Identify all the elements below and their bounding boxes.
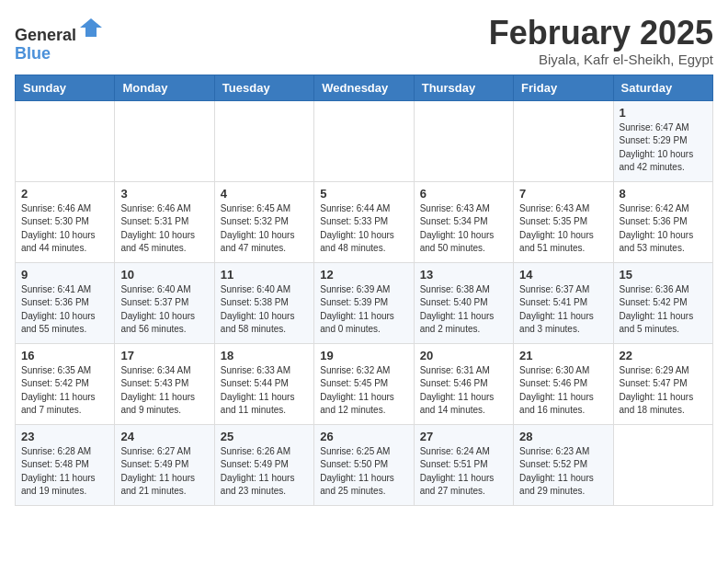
day-info: Sunrise: 6:36 AM Sunset: 5:42 PM Dayligh…: [620, 283, 707, 337]
day-number: 16: [21, 349, 108, 362]
calendar-cell: [115, 100, 214, 181]
calendar-cell: 11Sunrise: 6:40 AM Sunset: 5:38 PM Dayli…: [214, 262, 313, 343]
day-info: Sunrise: 6:25 AM Sunset: 5:50 PM Dayligh…: [320, 445, 407, 499]
calendar-cell: 7Sunrise: 6:43 AM Sunset: 5:35 PM Daylig…: [514, 181, 613, 262]
day-number: 10: [120, 268, 208, 282]
day-number: 11: [221, 268, 308, 282]
day-number: 12: [320, 268, 407, 282]
day-info: Sunrise: 6:34 AM Sunset: 5:43 PM Dayligh…: [120, 364, 208, 418]
calendar-cell: 24Sunrise: 6:27 AM Sunset: 5:49 PM Dayli…: [115, 424, 214, 505]
calendar-cell: [314, 100, 414, 181]
day-info: Sunrise: 6:40 AM Sunset: 5:37 PM Dayligh…: [120, 283, 208, 337]
day-info: Sunrise: 6:35 AM Sunset: 5:42 PM Dayligh…: [21, 364, 108, 418]
day-info: Sunrise: 6:39 AM Sunset: 5:39 PM Dayligh…: [320, 283, 407, 337]
weekday-header-thursday: Thursday: [414, 75, 513, 100]
day-info: Sunrise: 6:43 AM Sunset: 5:34 PM Dayligh…: [420, 202, 507, 256]
calendar-cell: 10Sunrise: 6:40 AM Sunset: 5:37 PM Dayli…: [115, 262, 214, 343]
day-number: 6: [420, 187, 507, 201]
calendar-week-2: 2Sunrise: 6:46 AM Sunset: 5:30 PM Daylig…: [16, 181, 713, 262]
day-info: Sunrise: 6:41 AM Sunset: 5:36 PM Dayligh…: [21, 283, 108, 337]
day-number: 14: [519, 268, 607, 282]
calendar-cell: [613, 424, 712, 505]
month-title: February 2025: [489, 15, 713, 52]
calendar-cell: 8Sunrise: 6:42 AM Sunset: 5:36 PM Daylig…: [613, 181, 712, 262]
calendar-week-3: 9Sunrise: 6:41 AM Sunset: 5:36 PM Daylig…: [16, 262, 713, 343]
calendar-cell: 25Sunrise: 6:26 AM Sunset: 5:49 PM Dayli…: [214, 424, 313, 505]
day-info: Sunrise: 6:30 AM Sunset: 5:46 PM Dayligh…: [519, 364, 607, 418]
calendar-cell: 23Sunrise: 6:28 AM Sunset: 5:48 PM Dayli…: [16, 424, 115, 505]
day-number: 28: [519, 430, 607, 443]
day-number: 15: [620, 268, 707, 282]
day-number: 18: [221, 349, 308, 362]
day-number: 19: [320, 349, 407, 362]
day-info: Sunrise: 6:47 AM Sunset: 5:29 PM Dayligh…: [620, 121, 707, 175]
calendar-cell: 26Sunrise: 6:25 AM Sunset: 5:50 PM Dayli…: [314, 424, 414, 505]
day-info: Sunrise: 6:28 AM Sunset: 5:48 PM Dayligh…: [21, 445, 108, 499]
day-number: 9: [21, 268, 108, 282]
location: Biyala, Kafr el-Sheikh, Egypt: [489, 52, 713, 67]
logo-blue: Blue: [15, 44, 51, 63]
day-info: Sunrise: 6:40 AM Sunset: 5:38 PM Dayligh…: [221, 283, 308, 337]
calendar-table: SundayMondayTuesdayWednesdayThursdayFrid…: [15, 75, 713, 506]
calendar-cell: 6Sunrise: 6:43 AM Sunset: 5:34 PM Daylig…: [414, 181, 513, 262]
day-info: Sunrise: 6:37 AM Sunset: 5:41 PM Dayligh…: [519, 283, 607, 337]
logo: General Blue: [15, 15, 104, 63]
calendar-cell: 9Sunrise: 6:41 AM Sunset: 5:36 PM Daylig…: [16, 262, 115, 343]
day-info: Sunrise: 6:26 AM Sunset: 5:49 PM Dayligh…: [221, 445, 308, 499]
day-number: 5: [320, 187, 407, 201]
day-info: Sunrise: 6:27 AM Sunset: 5:49 PM Dayligh…: [120, 445, 208, 499]
logo-bird-icon: [78, 15, 104, 40]
logo-general: General: [15, 26, 76, 44]
day-number: 17: [120, 349, 208, 362]
day-number: 23: [21, 430, 108, 443]
weekday-header-sunday: Sunday: [16, 75, 115, 100]
calendar-week-5: 23Sunrise: 6:28 AM Sunset: 5:48 PM Dayli…: [16, 424, 713, 505]
day-info: Sunrise: 6:23 AM Sunset: 5:52 PM Dayligh…: [519, 445, 607, 499]
calendar-week-1: 1Sunrise: 6:47 AM Sunset: 5:29 PM Daylig…: [16, 100, 713, 181]
calendar-cell: 15Sunrise: 6:36 AM Sunset: 5:42 PM Dayli…: [613, 262, 712, 343]
calendar-cell: 2Sunrise: 6:46 AM Sunset: 5:30 PM Daylig…: [16, 181, 115, 262]
weekday-header-row: SundayMondayTuesdayWednesdayThursdayFrid…: [16, 75, 713, 100]
calendar-cell: 13Sunrise: 6:38 AM Sunset: 5:40 PM Dayli…: [414, 262, 513, 343]
day-info: Sunrise: 6:46 AM Sunset: 5:31 PM Dayligh…: [120, 202, 208, 256]
day-number: 1: [620, 106, 707, 120]
calendar-cell: 27Sunrise: 6:24 AM Sunset: 5:51 PM Dayli…: [414, 424, 513, 505]
calendar-cell: 20Sunrise: 6:31 AM Sunset: 5:46 PM Dayli…: [414, 343, 513, 424]
weekday-header-wednesday: Wednesday: [314, 75, 414, 100]
day-info: Sunrise: 6:42 AM Sunset: 5:36 PM Dayligh…: [620, 202, 707, 256]
day-info: Sunrise: 6:29 AM Sunset: 5:47 PM Dayligh…: [620, 364, 707, 418]
day-number: 25: [221, 430, 308, 443]
weekday-header-saturday: Saturday: [613, 75, 712, 100]
calendar-cell: 16Sunrise: 6:35 AM Sunset: 5:42 PM Dayli…: [16, 343, 115, 424]
weekday-header-friday: Friday: [514, 75, 613, 100]
day-info: Sunrise: 6:45 AM Sunset: 5:32 PM Dayligh…: [221, 202, 308, 256]
calendar-cell: [514, 100, 613, 181]
calendar-cell: 4Sunrise: 6:45 AM Sunset: 5:32 PM Daylig…: [214, 181, 313, 262]
day-number: 22: [620, 349, 707, 362]
day-info: Sunrise: 6:44 AM Sunset: 5:33 PM Dayligh…: [320, 202, 407, 256]
day-number: 26: [320, 430, 407, 443]
day-number: 13: [420, 268, 507, 282]
day-info: Sunrise: 6:33 AM Sunset: 5:44 PM Dayligh…: [221, 364, 308, 418]
svg-marker-0: [80, 18, 102, 37]
weekday-header-monday: Monday: [115, 75, 214, 100]
title-area: February 2025 Biyala, Kafr el-Sheikh, Eg…: [489, 15, 713, 67]
calendar-cell: 3Sunrise: 6:46 AM Sunset: 5:31 PM Daylig…: [115, 181, 214, 262]
calendar-cell: 17Sunrise: 6:34 AM Sunset: 5:43 PM Dayli…: [115, 343, 214, 424]
calendar-cell: 19Sunrise: 6:32 AM Sunset: 5:45 PM Dayli…: [314, 343, 414, 424]
calendar-cell: 14Sunrise: 6:37 AM Sunset: 5:41 PM Dayli…: [514, 262, 613, 343]
calendar-cell: 12Sunrise: 6:39 AM Sunset: 5:39 PM Dayli…: [314, 262, 414, 343]
day-number: 20: [420, 349, 507, 362]
day-info: Sunrise: 6:32 AM Sunset: 5:45 PM Dayligh…: [320, 364, 407, 418]
day-number: 4: [221, 187, 308, 201]
page-header: General Blue February 2025 Biyala, Kafr …: [15, 15, 713, 67]
day-info: Sunrise: 6:43 AM Sunset: 5:35 PM Dayligh…: [519, 202, 607, 256]
day-info: Sunrise: 6:38 AM Sunset: 5:40 PM Dayligh…: [420, 283, 507, 337]
day-number: 2: [21, 187, 108, 201]
calendar-cell: [414, 100, 513, 181]
calendar-cell: 1Sunrise: 6:47 AM Sunset: 5:29 PM Daylig…: [613, 100, 712, 181]
calendar-cell: 21Sunrise: 6:30 AM Sunset: 5:46 PM Dayli…: [514, 343, 613, 424]
weekday-header-tuesday: Tuesday: [214, 75, 313, 100]
day-info: Sunrise: 6:31 AM Sunset: 5:46 PM Dayligh…: [420, 364, 507, 418]
calendar-cell: 18Sunrise: 6:33 AM Sunset: 5:44 PM Dayli…: [214, 343, 313, 424]
